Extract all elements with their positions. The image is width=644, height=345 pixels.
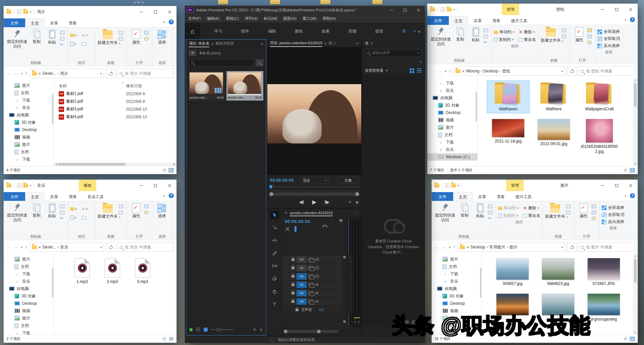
maximize-button[interactable] [609, 4, 624, 15]
workspace-tab[interactable]: 图形 [375, 28, 383, 34]
search-input[interactable]: 在 简介 中搜索 [117, 69, 174, 78]
close-button[interactable] [412, 8, 425, 12]
breadcrumb-item[interactable]: 图片› [509, 245, 518, 249]
workspace-tab[interactable]: 颜色 [295, 28, 303, 34]
select-all-button[interactable]: 全部选择 [597, 29, 620, 35]
sidebar-item[interactable]: Desktop [4, 126, 54, 133]
move-to-button[interactable]: 移动到▾ [498, 205, 519, 211]
move-to-button[interactable]: ▾ [70, 31, 82, 40]
sidebar-item[interactable]: 音乐 [427, 87, 477, 94]
track-header[interactable]: V2 [282, 264, 342, 272]
sidebar-item[interactable]: 文档 [427, 131, 477, 138]
monitor-scrollbar[interactable] [271, 192, 358, 196]
desktop-folder-icon[interactable] [218, 0, 228, 4]
back-button[interactable]: ← [6, 244, 11, 250]
copy-button[interactable]: 复制 [29, 203, 44, 218]
tab-libraries[interactable]: 库 [365, 40, 369, 47]
sidebar-item[interactable]: 此电脑 [432, 285, 482, 292]
chevron-down-icon[interactable]: ▾ [100, 72, 102, 75]
desktop-folder-icon[interactable] [270, 0, 280, 4]
history-button[interactable] [144, 36, 150, 41]
sidebar-item[interactable]: 图片 [432, 255, 482, 263]
copy-to-button[interactable]: 复制到▾ [498, 213, 518, 219]
thumbnail-view-icon[interactable] [630, 337, 635, 341]
menu-item[interactable]: 剪辑(C) [226, 16, 239, 21]
minimize-button[interactable] [595, 4, 609, 15]
tab-file[interactable]: 文件 [4, 192, 25, 201]
scroll-handle[interactable] [339, 219, 342, 222]
desktop-folder-icon[interactable] [372, 0, 382, 4]
sidebar-item[interactable]: 视频 [427, 116, 477, 124]
tab-media-browser[interactable]: 媒体浏览器 [216, 41, 234, 46]
paste-shortcut-button[interactable] [484, 34, 489, 39]
easy-access-button[interactable]: ▾ [119, 210, 124, 215]
tab-share[interactable]: 共享 [45, 18, 63, 27]
home-icon[interactable]: ⌂ [185, 23, 200, 39]
menu-item[interactable]: 窗口(W) [303, 16, 317, 21]
search-input[interactable]: 在 音乐 中搜索 [117, 242, 174, 252]
file-tile[interactable]: 3.mp3 [130, 257, 155, 286]
copy-path-button[interactable] [488, 204, 494, 209]
project-search-input[interactable] [189, 59, 254, 66]
track-select-tool[interactable] [270, 224, 279, 232]
minimize-button[interactable] [385, 8, 398, 12]
breadcrumb-item[interactable]: Desktop› [483, 69, 502, 73]
open-button[interactable]: ▾ [587, 28, 593, 33]
scroll-right-icon[interactable]: ▶ [172, 163, 176, 166]
monitor-time-ruler[interactable] [269, 186, 359, 191]
sidebar-item[interactable]: 3D 对象 [4, 292, 54, 300]
edit-button[interactable]: ▾ [592, 204, 597, 209]
paste-button[interactable]: 粘贴 [473, 203, 487, 218]
sidebar-item[interactable]: 下载 [427, 138, 477, 146]
details-view-icon[interactable] [162, 168, 167, 173]
up-button[interactable]: ↑ [25, 244, 28, 250]
linked-selection-icon[interactable] [304, 226, 310, 232]
tab-view[interactable]: 查看 [491, 192, 510, 201]
edit-button[interactable] [587, 34, 593, 39]
sidebar-item[interactable]: 下载 [432, 270, 482, 278]
delete-button[interactable]: ✕删除▾ [519, 29, 535, 35]
tab-music-tools[interactable]: 音乐工具 [82, 192, 109, 201]
tab-home[interactable]: 主页 [25, 192, 45, 201]
refresh-button[interactable] [106, 69, 115, 78]
up-button[interactable]: ↑ [449, 68, 451, 74]
search-input[interactable]: 在 图片 中搜索 [579, 242, 635, 252]
paste-button[interactable]: 粘贴 [468, 26, 483, 42]
back-button[interactable]: ← [6, 71, 11, 76]
lock-icon[interactable] [291, 275, 294, 278]
maximize-button[interactable] [148, 6, 162, 17]
track-header[interactable]: A3 M [282, 297, 342, 305]
copy-path-button[interactable] [60, 30, 66, 35]
step-forward-button[interactable]: ▶ [325, 199, 329, 205]
recent-locations-icon[interactable]: ▾ [21, 72, 22, 75]
cut-icon[interactable]: ✂ [488, 216, 494, 221]
zoom-level-select[interactable]: 适合∨ [301, 177, 329, 184]
sidebar-item[interactable]: 下载 [4, 270, 54, 278]
master-volume-value[interactable]: 0.0 [319, 308, 324, 312]
file-row[interactable]: PDF素材1.pdf 2022/9/6 9: [59, 90, 176, 98]
panel-menu-icon[interactable]: ⋮ [355, 211, 359, 215]
sidebar-item[interactable]: Desktop [4, 300, 54, 307]
sidebar-item[interactable]: 下载 [4, 329, 54, 335]
find-icon[interactable] [256, 59, 263, 66]
lock-icon[interactable] [291, 300, 294, 303]
edit2-button[interactable] [592, 210, 597, 215]
menu-item[interactable]: 文件(F) [188, 16, 201, 21]
workspace-tab[interactable]: 编辑 [268, 28, 276, 34]
tab-file[interactable]: 文件 [427, 16, 449, 25]
panel-menu-icon[interactable]: ≡ [211, 42, 213, 46]
chevron-down-icon[interactable]: ▾ [561, 246, 563, 249]
breadcrumb-item[interactable]: Deskt...› [43, 245, 60, 249]
sidebar-item[interactable]: 音乐 [4, 104, 54, 111]
properties-button[interactable]: 属性 [129, 203, 144, 218]
zoom-slider[interactable] [211, 329, 233, 330]
select-button[interactable]: 选择 [154, 29, 170, 45]
recent-locations-icon[interactable]: ▾ [449, 246, 450, 249]
collapse-ribbon-icon[interactable]: ∧ [624, 194, 627, 197]
overflow-icon[interactable]: » [356, 41, 359, 46]
properties-button[interactable]: 属性 [129, 29, 144, 45]
breadcrumb-item[interactable]: 常用图片› [489, 245, 509, 249]
pin-to-quick-access-button[interactable]: 固定到快速访问 [6, 203, 29, 223]
breadcrumb-item[interactable]: Mloong› [466, 69, 483, 73]
sidebar-item[interactable]: 音乐 [432, 278, 482, 285]
